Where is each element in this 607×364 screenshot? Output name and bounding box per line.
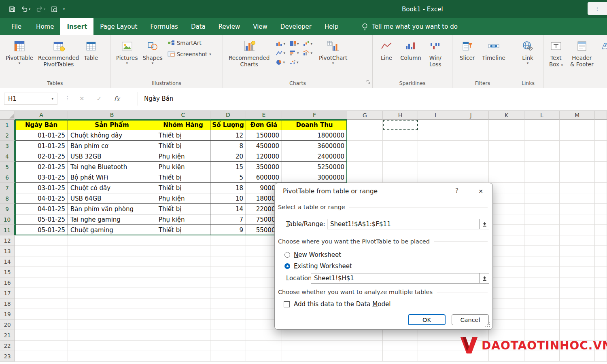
cell-B7[interactable]: Chuột có dây (68, 183, 156, 193)
cell-D12[interactable] (210, 235, 246, 246)
cell-E3[interactable]: 450000 (246, 141, 282, 151)
window-controls[interactable]: ⋮ (588, 2, 607, 15)
cell-M10[interactable] (560, 214, 595, 225)
cell-x19[interactable] (595, 309, 607, 320)
column-header-K[interactable]: K (489, 111, 524, 120)
cell-J2[interactable] (453, 130, 489, 141)
formula-input[interactable]: Ngày Bán (144, 93, 174, 105)
cell-B15[interactable] (68, 267, 156, 277)
cell-C17[interactable] (156, 288, 210, 298)
cell-K16[interactable] (489, 277, 524, 288)
cell-K20[interactable] (489, 320, 524, 330)
table-button[interactable]: Table (81, 37, 100, 61)
cell-I21[interactable] (418, 330, 453, 341)
tab-developer[interactable]: Developer (274, 18, 318, 35)
formula-bar-handle[interactable]: ⋮ (65, 95, 70, 101)
cell-C6[interactable]: Thiết bị (156, 172, 210, 183)
cell-L6[interactable] (524, 172, 560, 183)
cell-B18[interactable] (68, 298, 156, 309)
cell-x20[interactable] (595, 320, 607, 330)
cell-C13[interactable] (156, 246, 210, 256)
cell-D7[interactable]: 18 (210, 183, 246, 193)
cell-K2[interactable] (489, 130, 524, 141)
cell-A14[interactable] (15, 256, 68, 267)
column-header-J[interactable]: J (453, 111, 489, 120)
cell-E22[interactable] (246, 341, 282, 351)
cell-B21[interactable] (68, 330, 156, 341)
cell-L12[interactable] (524, 235, 560, 246)
cell-E6[interactable]: 600000 (246, 172, 282, 183)
cell-G22[interactable] (347, 341, 383, 351)
cell-A4[interactable]: 02-01-25 (15, 151, 68, 162)
row-header-5[interactable]: 5 (0, 162, 15, 172)
cell-D14[interactable] (210, 256, 246, 267)
row-header-11[interactable]: 11 (0, 225, 15, 235)
cell-C7[interactable]: Thiết bị (156, 183, 210, 193)
smartart-button[interactable]: SmartArt (168, 40, 211, 46)
cell-L14[interactable] (524, 256, 560, 267)
sparkline-winloss-button[interactable]: Win/ Loss (427, 37, 444, 68)
cell-J3[interactable] (453, 141, 489, 151)
cell-C19[interactable] (156, 309, 210, 320)
cell-L8[interactable] (524, 193, 560, 204)
cell-D10[interactable]: 7 (210, 214, 246, 225)
cell-M3[interactable] (560, 141, 595, 151)
cell-K15[interactable] (489, 267, 524, 277)
cell-x13[interactable] (595, 246, 607, 256)
cell-M1[interactable] (560, 120, 595, 130)
cell-A13[interactable] (15, 246, 68, 256)
cell-A6[interactable]: 03-01-25 (15, 172, 68, 183)
close-button[interactable]: ✕ (474, 186, 488, 196)
cell-J5[interactable] (453, 162, 489, 172)
cell-D4[interactable]: 20 (210, 151, 246, 162)
tab-review[interactable]: Review (212, 18, 247, 35)
row-header-12[interactable]: 12 (0, 235, 15, 246)
insert-combo-chart-button[interactable]: ▾ (303, 50, 312, 56)
wordart-button[interactable]: A (599, 37, 607, 55)
tab-formulas[interactable]: Formulas (144, 18, 184, 35)
tab-file[interactable]: File (3, 18, 30, 35)
cell-M14[interactable] (560, 256, 595, 267)
row-header-15[interactable]: 15 (0, 267, 15, 277)
cell-B19[interactable] (68, 309, 156, 320)
recommended-pivottables-button[interactable]: Recommended PivotTables (36, 37, 81, 68)
row-header-18[interactable]: 18 (0, 298, 15, 309)
cell-M20[interactable] (560, 320, 595, 330)
cell-x6[interactable] (595, 172, 607, 183)
cell-G5[interactable] (347, 162, 383, 172)
header-footer-button[interactable]: Header & Footer (568, 37, 596, 68)
range-select-button[interactable] (480, 219, 489, 229)
cell-A5[interactable]: 02-01-25 (15, 162, 68, 172)
cell-H4[interactable] (383, 151, 418, 162)
column-header-A[interactable]: A (15, 111, 68, 120)
cancel-entry-icon[interactable]: ✕ (79, 95, 85, 102)
cell-C23[interactable] (156, 351, 210, 362)
cell-I2[interactable] (418, 130, 453, 141)
cell-B20[interactable] (68, 320, 156, 330)
row-header-23[interactable]: 23 (0, 351, 15, 362)
tab-page-layout[interactable]: Page Layout (93, 18, 144, 35)
cell-H21[interactable] (383, 330, 418, 341)
cell-A22[interactable] (15, 341, 68, 351)
cell-A16[interactable] (15, 277, 68, 288)
tab-insert[interactable]: Insert (60, 18, 93, 35)
cell-F23[interactable] (282, 351, 347, 362)
cell-E23[interactable] (246, 351, 282, 362)
cell-A7[interactable]: 03-01-25 (15, 183, 68, 193)
cell-C10[interactable]: Phụ kiện (156, 214, 210, 225)
column-header-F[interactable]: F (282, 111, 347, 120)
cell-B3[interactable]: Bàn phím cơ (68, 141, 156, 151)
insert-bar-chart-button[interactable]: ▾ (290, 50, 299, 56)
cell-L11[interactable] (524, 225, 560, 235)
cell-M8[interactable] (560, 193, 595, 204)
row-header-20[interactable]: 20 (0, 320, 15, 330)
cell-x18[interactable] (595, 298, 607, 309)
cell-C8[interactable]: Phụ kiện (156, 193, 210, 204)
select-all-button[interactable] (0, 111, 15, 120)
cell-L3[interactable] (524, 141, 560, 151)
existing-worksheet-radio[interactable]: Existing Worksheet (284, 262, 352, 270)
cell-D22[interactable] (210, 341, 246, 351)
cell-x1[interactable] (595, 120, 607, 130)
cell-M6[interactable] (560, 172, 595, 183)
cell-F22[interactable] (282, 341, 347, 351)
